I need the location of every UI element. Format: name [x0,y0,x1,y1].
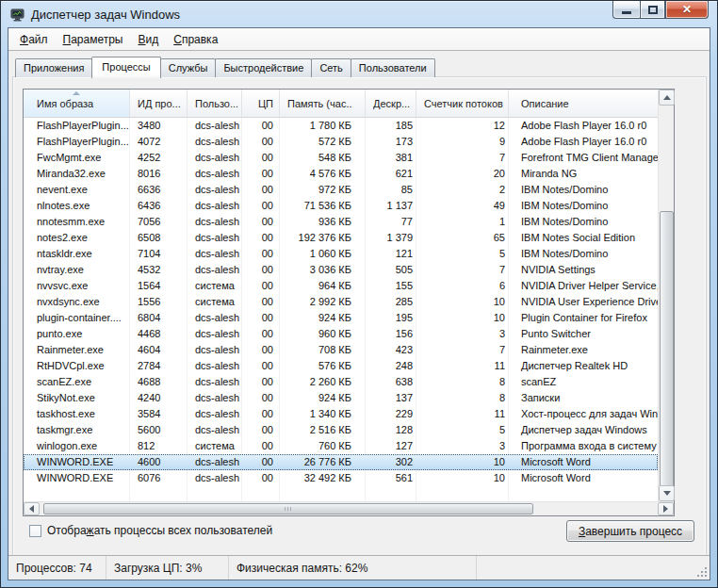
cell: dcs-alesh [188,150,242,166]
cell: dcs-alesh [188,470,242,486]
table-row[interactable]: nevent.exe6636dcs-alesh00972 КБ852IBM No… [24,182,658,198]
horizontal-scroll-thumb[interactable] [43,503,533,514]
column-header-5[interactable]: Память (час... [280,90,366,117]
cell: ntaskldr.exe [24,246,130,262]
cell: taskhost.exe [24,406,130,422]
cell: Miranda NG [509,166,658,182]
table-row[interactable]: nvvsvc.exe1564система00964 КБ1556NVIDIA … [24,278,658,294]
scroll-up-button[interactable] [659,90,675,106]
scroll-right-button[interactable] [658,502,674,515]
cell: 9 [416,134,509,150]
cell: StikyNot.exe [24,390,130,406]
table-row[interactable]: taskmgr.exe5600dcs-alesh002 516 КБ1285Ди… [24,422,658,438]
vertical-scroll-track[interactable] [659,106,674,485]
column-header-3[interactable]: Пользо... [188,90,242,117]
table-row[interactable]: StikyNot.exe4240dcs-alesh00924 КБ1378Зап… [24,390,658,406]
cell: 3480 [130,118,188,134]
cell: 10 [416,294,509,310]
resize-grip[interactable] [696,566,708,578]
table-row[interactable]: plugin-container....6804dcs-alesh00924 К… [24,310,658,326]
minimize-icon [622,11,631,14]
cell: dcs-alesh [188,454,242,470]
table-row[interactable]: nlnotes.exe6436dcs-alesh0071 536 КБ1 137… [24,198,658,214]
table-row[interactable]: scanEZ.exe4688dcs-alesh002 260 КБ6388sca… [24,374,658,390]
window-title: Диспетчер задач Windows [31,8,180,22]
table-row[interactable]: nvxdsync.exe1556система002 992 КБ28510NV… [24,294,658,310]
table-row[interactable]: punto.exe4468dcs-alesh00960 КБ1563Punto … [24,326,658,342]
window-content: Файл Параметры Вид Справка ПриложенияПро… [8,27,710,580]
show-all-users-checkbox[interactable] [29,525,41,537]
end-process-button[interactable]: Завершить процесс [566,520,694,542]
tab-1[interactable]: Приложения [15,58,92,77]
column-header-8[interactable]: Описание [509,90,658,117]
horizontal-scroll-track[interactable] [40,502,658,515]
cell: 5600 [130,422,188,438]
menu-file[interactable]: Файл [12,29,56,50]
table-row[interactable]: Miranda32.exe8016dcs-alesh004 576 КБ6212… [24,166,658,182]
cell: dcs-alesh [188,246,242,262]
column-header-7[interactable]: Счетчик потоков [416,90,509,117]
table-row[interactable]: RtHDVCpl.exe2784dcs-alesh00576 КБ24811Ди… [24,358,658,374]
scroll-down-button[interactable] [659,485,675,501]
table-row[interactable]: notes2.exe6508dcs-alesh00192 376 КБ1 379… [24,230,658,246]
cell: 4468 [130,326,188,342]
cell: 11 [416,406,509,422]
cell: IBM Notes Social Edition [509,230,658,246]
column-header-1[interactable]: Имя образа [24,90,130,117]
horizontal-scrollbar[interactable] [24,501,674,515]
table-row[interactable]: Rainmeter.exe4604dcs-alesh00708 КБ4237Ra… [24,342,658,358]
vertical-scrollbar[interactable] [658,90,674,501]
vertical-scroll-thumb[interactable] [660,211,674,493]
cell: nevent.exe [24,182,130,198]
cell: 4600 [130,454,188,470]
cell: 00 [242,118,280,134]
column-header-6[interactable]: Дескр... [366,90,416,117]
table-row[interactable]: FlashPlayerPlugin...4072dcs-alesh00572 К… [24,134,658,150]
cell: dcs-alesh [188,198,242,214]
tab-2[interactable]: Процессы [91,57,160,78]
cell: 572 КБ [280,134,366,150]
column-header-4[interactable]: ЦП [242,90,280,117]
tab-5[interactable]: Сеть [311,58,351,77]
table-row[interactable]: FwcMgmt.exe4252dcs-alesh00548 КБ3817Fore… [24,150,658,166]
cell: Записки [509,390,658,406]
cell: 10 [416,310,509,326]
cell: 7 [416,342,509,358]
menu-view[interactable]: Вид [130,29,166,50]
status-physical-memory: Физическая память: 62% [229,556,477,580]
scroll-left-button[interactable] [24,502,40,515]
maximize-button[interactable] [640,1,665,19]
cell: 00 [242,294,280,310]
menu-options[interactable]: Параметры [56,29,131,50]
cell: dcs-alesh [188,262,242,278]
cell: 12 [416,118,509,134]
status-cpu-usage: Загрузка ЦП: 3% [106,556,229,580]
cell: 185 [366,118,416,134]
arrow-down-icon [663,491,671,496]
table-row[interactable]: WINWORD.EXE4600dcs-alesh0026 776 КБ30210… [24,454,658,470]
cell: 4604 [130,342,188,358]
tab-6[interactable]: Пользователи [351,58,435,77]
close-button[interactable]: ✕ [665,1,709,19]
table-row[interactable]: WINWORD.EXE6076dcs-alesh0032 492 КБ56110… [24,470,658,486]
tab-3[interactable]: Службы [160,58,217,77]
minimize-button[interactable] [612,1,640,19]
cell: Miranda32.exe [24,166,130,182]
column-header-2[interactable]: ИД про... [130,90,188,117]
table-row[interactable]: ntaskldr.exe7104dcs-alesh001 060 КБ1215I… [24,246,658,262]
table-row[interactable]: nnotesmm.exe7056dcs-alesh00936 КБ771IBM … [24,214,658,230]
cell: 964 КБ [280,278,366,294]
cell: 423 [366,342,416,358]
table-row[interactable]: taskhost.exe3584dcs-alesh001 340 КБ22911… [24,406,658,422]
tab-4[interactable]: Быстродействие [215,58,312,77]
cell: 936 КБ [280,214,366,230]
table-row[interactable]: winlogon.exe812система00760 КБ1273Програ… [24,438,658,454]
table-row[interactable]: nvtray.exe4532dcs-alesh003 036 КБ5057NVI… [24,262,658,278]
cell: 00 [242,246,280,262]
table-row[interactable]: FlashPlayerPlugin...3480dcs-alesh001 780… [24,118,658,134]
cell: dcs-alesh [188,134,242,150]
show-all-users-label[interactable]: Отображать процессы всех пользователей [47,524,272,537]
menu-help[interactable]: Справка [166,29,225,50]
cell: Программа входа в систему Win [509,438,658,454]
titlebar[interactable]: Диспетчер задач Windows [1,1,717,27]
